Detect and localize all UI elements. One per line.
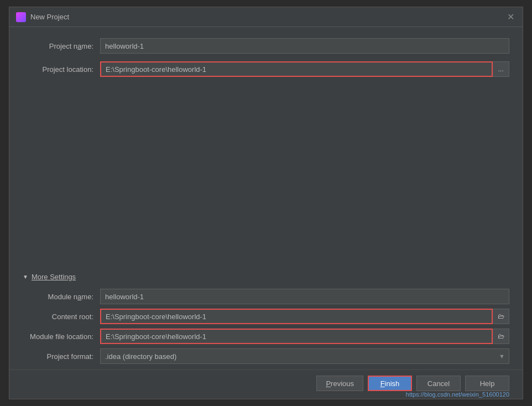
footer-link[interactable]: https://blog.csdn.net/weixin_51600120	[406, 391, 509, 398]
dialog-body: Project name: Project location: ... ▼ Mo…	[9, 27, 523, 369]
finish-button[interactable]: Finish	[368, 376, 412, 391]
module-file-location-input[interactable]	[100, 329, 493, 344]
title-bar-left: New Project	[16, 12, 69, 22]
project-format-select[interactable]: .idea (directory based).iml (file based)	[100, 348, 509, 364]
close-button[interactable]: ✕	[505, 12, 516, 23]
title-bar: New Project ✕	[9, 7, 523, 27]
more-settings-label: More Settings	[32, 273, 76, 281]
more-settings-section: ▼ More Settings Module name: Content roo…	[23, 273, 509, 364]
dialog-title: New Project	[30, 13, 69, 21]
content-root-browse-button[interactable]: 🗁	[493, 309, 509, 324]
module-file-location-row: Module file location: 🗁	[23, 329, 509, 344]
previous-button[interactable]: Previous	[316, 376, 363, 391]
chevron-down-icon: ▼	[23, 274, 28, 280]
project-format-select-wrapper: .idea (directory based).iml (file based)…	[100, 348, 509, 364]
project-format-row: Project format: .idea (directory based).…	[23, 348, 509, 364]
project-name-label: Project name:	[23, 42, 100, 50]
project-location-input-group: ...	[100, 61, 509, 77]
module-file-location-label: Module file location:	[23, 332, 100, 341]
more-settings-toggle[interactable]: ▼ More Settings	[23, 273, 509, 281]
content-root-input[interactable]	[100, 309, 493, 324]
more-settings-content: Module name: Content root: 🗁 Module file…	[23, 289, 509, 364]
dialog-footer: Previous Finish Cancel Help https://blog…	[9, 369, 523, 399]
content-root-row: Content root: 🗁	[23, 309, 509, 324]
new-project-dialog: New Project ✕ Project name: Project loca…	[9, 7, 523, 399]
project-name-input[interactable]	[100, 38, 509, 54]
project-location-browse-button[interactable]: ...	[493, 61, 509, 77]
project-format-label: Project format:	[23, 352, 100, 361]
module-name-row: Module name:	[23, 289, 509, 304]
project-name-row: Project name:	[23, 38, 509, 54]
module-name-label: Module name:	[23, 293, 100, 301]
project-location-label: Project location:	[23, 65, 100, 74]
module-file-browse-button[interactable]: 🗁	[493, 329, 509, 344]
app-icon	[16, 12, 26, 22]
module-name-input[interactable]	[100, 289, 509, 304]
help-button[interactable]: Help	[465, 376, 509, 391]
module-file-location-input-group: 🗁	[100, 329, 509, 344]
content-root-label: Content root:	[23, 313, 100, 321]
project-location-input[interactable]	[100, 61, 493, 77]
content-root-input-group: 🗁	[100, 309, 509, 324]
project-location-row: Project location: ...	[23, 61, 509, 77]
cancel-button[interactable]: Cancel	[416, 376, 461, 391]
